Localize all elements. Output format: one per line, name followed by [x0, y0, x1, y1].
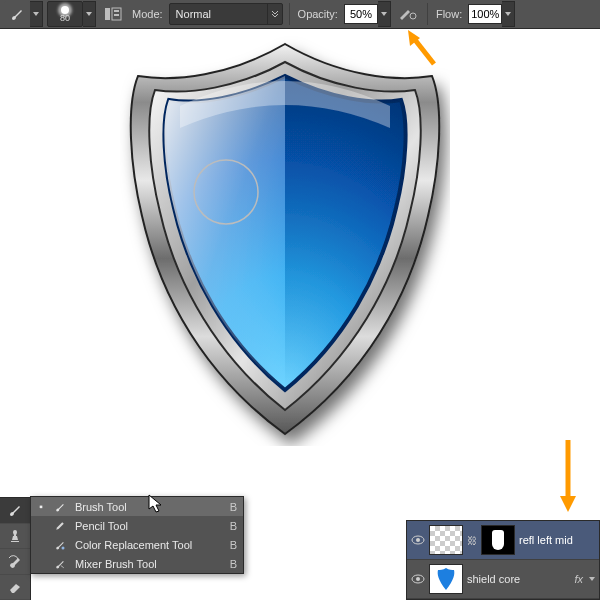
visibility-toggle[interactable] — [411, 572, 425, 586]
opacity-dropdown[interactable] — [378, 1, 391, 27]
selected-marker-icon: ▪ — [37, 501, 45, 512]
shield-thumb-icon — [436, 567, 456, 591]
brush-options-bar: 80 Mode: Normal Opacity: 50% Flow: 100% — [0, 0, 600, 29]
opacity-label: Opacity: — [296, 8, 340, 20]
canvas-area[interactable] — [0, 30, 600, 498]
color-replacement-icon — [53, 539, 67, 551]
pencil-icon — [53, 520, 67, 532]
toggle-brush-panel-button[interactable] — [100, 1, 126, 27]
eye-icon — [411, 574, 425, 584]
flyout-item-shortcut: B — [230, 558, 237, 570]
brush-tool-flyout: ▪ Brush Tool B Pencil Tool B Color Repla… — [30, 496, 244, 574]
callout-arrow-layer — [556, 438, 580, 514]
flyout-item-mixer-brush[interactable]: Mixer Brush Tool B — [31, 554, 243, 573]
eye-icon — [411, 535, 425, 545]
stamp-icon — [7, 528, 23, 544]
flyout-item-shortcut: B — [230, 520, 237, 532]
toolbox-strip — [0, 497, 31, 600]
chevron-down-icon — [267, 4, 282, 24]
tablet-pressure-icon — [399, 7, 417, 21]
callout-arrow-opacity — [398, 28, 442, 68]
layer-thumbnail[interactable] — [429, 525, 463, 555]
flow-input[interactable]: 100% — [468, 4, 502, 24]
svg-point-4 — [410, 13, 416, 19]
svg-point-5 — [62, 546, 65, 549]
layer-row-refl-left-mid[interactable]: ⛓ refl left mid — [407, 521, 599, 560]
flow-dropdown[interactable] — [502, 1, 515, 27]
eraser-icon — [7, 579, 23, 595]
flow-label: Flow: — [434, 8, 464, 20]
layer-mask-thumbnail[interactable] — [481, 525, 515, 555]
svg-rect-2 — [114, 10, 119, 12]
layer-name[interactable]: shield core — [467, 573, 570, 585]
layer-thumbnail[interactable] — [429, 564, 463, 594]
layers-panel: ⛓ refl left mid shield core fx — [406, 520, 600, 600]
svg-rect-0 — [105, 8, 110, 20]
flyout-item-label: Mixer Brush Tool — [75, 558, 222, 570]
flyout-item-color-replacement[interactable]: Color Replacement Tool B — [31, 535, 243, 554]
brush-icon — [7, 502, 23, 518]
flyout-item-label: Pencil Tool — [75, 520, 222, 532]
history-brush-icon — [7, 553, 23, 569]
brush-icon — [9, 6, 25, 22]
brush-preset-picker[interactable]: 80 — [47, 1, 83, 27]
separator — [289, 3, 290, 25]
flyout-item-label: Color Replacement Tool — [75, 539, 222, 551]
toolbox-history-brush[interactable] — [0, 549, 30, 575]
brush-icon — [53, 501, 67, 513]
tool-preset-picker[interactable] — [4, 1, 30, 27]
shield-artwork — [120, 36, 450, 446]
opacity-input[interactable]: 50% — [344, 4, 378, 24]
svg-point-7 — [416, 538, 420, 542]
layer-row-shield-core[interactable]: shield core fx — [407, 560, 599, 599]
brush-size-readout: 80 — [60, 14, 70, 23]
flyout-item-brush[interactable]: ▪ Brush Tool B — [31, 497, 243, 516]
layer-name[interactable]: refl left mid — [519, 534, 595, 546]
svg-rect-3 — [114, 14, 119, 16]
mixer-brush-icon — [53, 558, 67, 570]
flyout-item-label: Brush Tool — [75, 501, 222, 513]
mode-label: Mode: — [130, 8, 165, 20]
blend-mode-value: Normal — [170, 8, 217, 20]
visibility-toggle[interactable] — [411, 533, 425, 547]
tool-preset-dropdown[interactable] — [30, 1, 43, 27]
flyout-item-shortcut: B — [230, 501, 237, 513]
blend-mode-dropdown[interactable]: Normal — [169, 3, 283, 25]
flyout-item-shortcut: B — [230, 539, 237, 551]
tablet-pressure-opacity-button[interactable] — [395, 1, 421, 27]
flyout-item-pencil[interactable]: Pencil Tool B — [31, 516, 243, 535]
toolbox-brush-tool[interactable] — [0, 498, 30, 524]
brush-panel-icon — [104, 6, 122, 22]
brush-preset-dropdown[interactable] — [83, 1, 96, 27]
toolbox-eraser-tool[interactable] — [0, 575, 30, 601]
svg-point-9 — [416, 577, 420, 581]
separator — [427, 3, 428, 25]
layer-fx-badge[interactable]: fx — [574, 573, 585, 585]
chevron-down-icon[interactable] — [589, 577, 595, 581]
link-icon: ⛓ — [467, 535, 477, 546]
toolbox-stamp-tool[interactable] — [0, 524, 30, 550]
